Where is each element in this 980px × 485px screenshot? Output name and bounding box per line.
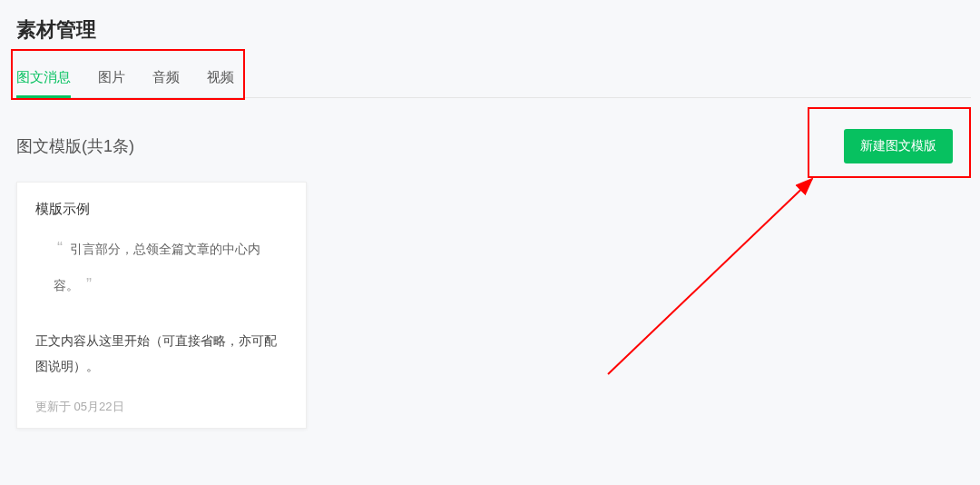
template-quote: “ 引言部分，总领全篇文章的中心内容。 ” (17, 231, 306, 302)
tab-video[interactable]: 视频 (207, 62, 234, 97)
page-title: 素材管理 (16, 16, 971, 44)
tab-graphic-message[interactable]: 图文消息 (16, 62, 71, 97)
section-header: 图文模版(共1条) 新建图文模版 (16, 129, 971, 163)
tab-image[interactable]: 图片 (98, 62, 125, 97)
create-template-button[interactable]: 新建图文模版 (844, 129, 953, 163)
tabs: 图文消息 图片 音频 视频 (16, 62, 971, 98)
section-title: 图文模版(共1条) (16, 135, 134, 157)
quote-open-icon: “ (54, 239, 66, 257)
quote-close-icon: ” (83, 275, 95, 293)
template-body: 正文内容从这里开始（可直接省略，亦可配图说明）。 (17, 328, 306, 379)
tab-audio[interactable]: 音频 (152, 62, 180, 97)
template-card[interactable]: 模版示例 “ 引言部分，总领全篇文章的中心内容。 ” 正文内容从这里开始（可直接… (16, 182, 307, 429)
template-updated: 更新于 05月22日 (17, 399, 306, 415)
template-title: 模版示例 (17, 201, 306, 231)
